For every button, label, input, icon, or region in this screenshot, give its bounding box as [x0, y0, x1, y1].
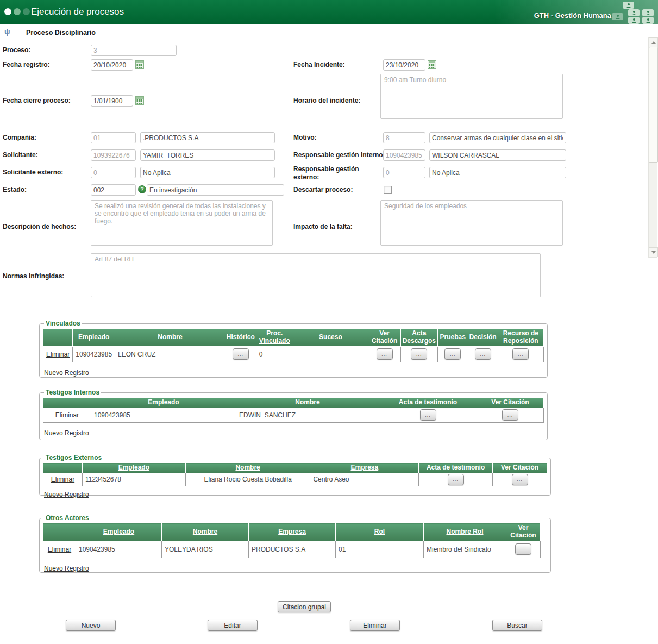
scroll-up-button[interactable]	[649, 37, 658, 47]
ellipsis-button[interactable]: ...	[515, 543, 531, 555]
table-cell: Eliminar	[43, 346, 73, 362]
sort-column-link[interactable]: Empleado	[118, 464, 149, 471]
data-grid: EmpleadoNombreEmpresaActa de testimonioV…	[43, 462, 547, 486]
column-header: Nombre	[185, 463, 310, 473]
ellipsis-button[interactable]: ...	[420, 409, 436, 421]
fecha-cierre-label: Fecha cierre proceso:	[3, 97, 71, 105]
estado-name-input[interactable]	[147, 184, 284, 196]
eliminar-link[interactable]: Eliminar	[55, 411, 79, 419]
sort-column-link[interactable]: Nombre	[193, 528, 217, 535]
sort-column-link[interactable]: Empresa	[350, 464, 378, 471]
resp-interno-code-input[interactable]	[383, 149, 425, 161]
editar-button[interactable]: Editar	[208, 620, 258, 631]
solicitante-label: Solicitante:	[3, 151, 38, 159]
nuevo-registro-link[interactable]: Nuevo Registro	[44, 565, 89, 572]
sort-column-link[interactable]: Suceso	[319, 333, 342, 341]
brand-label: GTH - Gestión Humana	[534, 11, 611, 20]
solicitante-name-input[interactable]	[140, 149, 275, 161]
sort-column-link[interactable]: Nombre	[235, 464, 260, 471]
testigos-internos-groupbox: Testigos Internos EmpleadoNombreActa de …	[39, 389, 548, 440]
nuevo-registro-link[interactable]: Nuevo Registro	[44, 369, 89, 377]
otros-actores-legend: Otros Actores	[44, 514, 91, 522]
estado-code-input[interactable]	[91, 184, 136, 196]
solicitante-externo-code-input[interactable]	[91, 167, 136, 178]
citacion-grupal-button[interactable]: Citacion grupal	[278, 601, 331, 612]
ellipsis-button[interactable]: ...	[444, 348, 461, 360]
help-icon[interactable]: ?	[138, 185, 146, 193]
resp-externo-name-input[interactable]	[429, 167, 566, 178]
scroll-down-button[interactable]	[649, 247, 658, 257]
data-grid: EmpleadoNombreEmpresaRolNombre RolVer Ci…	[43, 523, 541, 558]
sort-column-link[interactable]: Empleado	[78, 333, 109, 341]
ellipsis-button[interactable]: ...	[377, 348, 393, 360]
eliminar-link[interactable]: Eliminar	[46, 351, 70, 358]
column-header: Nombre Rol	[424, 523, 506, 541]
vertical-scrollbar[interactable]	[648, 37, 657, 258]
descartar-proceso-checkbox[interactable]	[384, 186, 392, 194]
sort-column-link[interactable]: Nombre	[295, 398, 319, 406]
fecha-incidente-label: Fecha Incidente:	[293, 61, 345, 69]
data-grid: EmpleadoNombreHistóricoProc. VinculadoSu…	[43, 328, 544, 362]
ellipsis-button[interactable]: ...	[502, 409, 518, 421]
column-header: Recurso de Reposición	[498, 329, 543, 347]
sort-column-link[interactable]: Proc. Vinculado	[259, 329, 290, 345]
descripcion-textarea[interactable]: Se realizó una revisión general de todas…	[91, 200, 273, 246]
ellipsis-button[interactable]: ...	[512, 474, 528, 485]
column-header: Acta de testimonio	[379, 398, 477, 408]
column-header: Pruebas	[437, 329, 468, 347]
solicitante-externo-name-input[interactable]	[140, 167, 275, 178]
impacto-label: Impacto de la falta:	[293, 223, 353, 231]
column-header: Nombre	[162, 523, 249, 541]
sort-column-link[interactable]: Nombre Rol	[446, 528, 483, 535]
motivo-code-input[interactable]	[383, 132, 425, 143]
table-cell: 1090423985	[73, 346, 115, 362]
table-cell: ...	[400, 346, 437, 362]
table-cell: Eliminar	[43, 473, 83, 486]
table-cell: LEON CRUZ	[115, 346, 225, 362]
calendar-icon[interactable]	[135, 60, 144, 69]
eliminar-link[interactable]: Eliminar	[48, 546, 71, 553]
arrow-down-icon	[651, 251, 656, 254]
ellipsis-button[interactable]: ...	[512, 348, 529, 360]
sort-column-link[interactable]: Rol	[374, 528, 385, 535]
testigos-internos-table: EmpleadoNombreActa de testimonioVer Cita…	[43, 397, 544, 423]
ellipsis-button[interactable]: ...	[448, 474, 464, 485]
compania-name-input[interactable]	[140, 132, 275, 143]
proceso-input[interactable]	[91, 45, 177, 56]
window-dot-icon	[14, 8, 21, 15]
eliminar-link[interactable]: Eliminar	[51, 476, 74, 483]
impacto-textarea[interactable]: Seguridad de los empleados	[380, 200, 563, 246]
calendar-icon[interactable]	[428, 60, 436, 69]
fecha-registro-input[interactable]	[91, 59, 133, 71]
person-icon	[642, 9, 654, 16]
sort-column-link[interactable]: Empleado	[103, 528, 134, 535]
resp-interno-name-input[interactable]	[429, 149, 566, 161]
fecha-incidente-input[interactable]	[383, 59, 425, 71]
fecha-cierre-input[interactable]	[91, 95, 133, 107]
ellipsis-button[interactable]: ...	[411, 348, 427, 360]
otros-actores-groupbox: Otros Actores EmpleadoNombreEmpresaRolNo…	[39, 514, 551, 573]
sort-column-link[interactable]: Empleado	[148, 398, 179, 406]
normas-textarea[interactable]: Art 87 del RIT	[91, 253, 541, 297]
table-cell: ...	[498, 346, 543, 362]
solicitante-code-input[interactable]	[91, 149, 136, 161]
horario-textarea[interactable]: 9:00 am Turno diurno	[380, 74, 563, 119]
sort-column-link[interactable]: Nombre	[158, 333, 182, 341]
ellipsis-button[interactable]: ...	[233, 348, 249, 360]
horario-label: Horario del incidente:	[293, 97, 360, 105]
table-row: Eliminar1090423985LEON CRUZ...0.........…	[43, 346, 544, 362]
table-cell: ...	[379, 408, 477, 422]
motivo-name-input[interactable]	[429, 132, 566, 143]
resp-externo-code-input[interactable]	[383, 167, 425, 178]
calendar-icon[interactable]	[135, 96, 144, 105]
nuevo-button[interactable]: Nuevo	[66, 620, 116, 631]
sort-column-link[interactable]: Empresa	[278, 528, 306, 535]
scrollbar-thumb[interactable]	[649, 47, 658, 163]
table-cell: Centro Aseo	[310, 473, 419, 486]
buscar-button[interactable]: Buscar	[492, 620, 542, 631]
nuevo-registro-link[interactable]: Nuevo Registro	[44, 491, 89, 498]
eliminar-button[interactable]: Eliminar	[350, 620, 400, 631]
compania-code-input[interactable]	[91, 132, 136, 143]
nuevo-registro-link[interactable]: Nuevo Registro	[44, 429, 89, 437]
ellipsis-button[interactable]: ...	[475, 348, 491, 360]
